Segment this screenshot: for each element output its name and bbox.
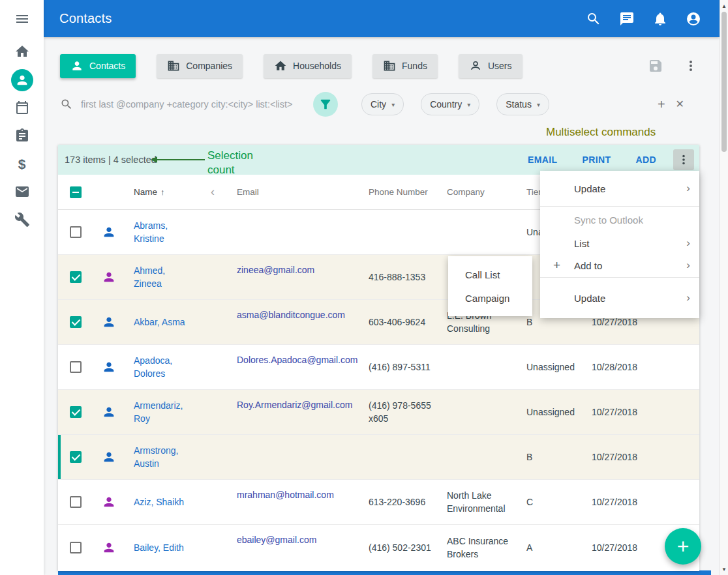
person-icon — [102, 495, 116, 509]
email-button[interactable]: EMAIL — [528, 155, 558, 165]
select-all-checkbox[interactable] — [70, 186, 82, 198]
annotation-selection-count: Selection count — [207, 149, 253, 177]
column-header-phone[interactable]: Phone Number — [359, 175, 438, 209]
contact-name-link[interactable]: Aziz, Shaikh — [134, 495, 184, 509]
chip-city-label: City — [371, 99, 386, 110]
tab-funds-label: Funds — [402, 61, 427, 71]
contact-name-link[interactable]: Akbar, Asma — [134, 316, 185, 329]
add-contact-fab[interactable]: + — [665, 528, 701, 565]
scroll-down-button[interactable]: ▼ — [720, 565, 728, 574]
row-checkbox[interactable] — [70, 271, 82, 283]
row-checkbox[interactable] — [70, 361, 82, 373]
email-cell — [228, 435, 359, 479]
tasks-icon[interactable] — [14, 127, 31, 144]
filter-chip-status[interactable]: Status ▾ — [496, 93, 549, 115]
scroll-up-button[interactable]: ▲ — [720, 1, 728, 10]
search-input[interactable] — [80, 98, 297, 110]
more-options-icon[interactable] — [683, 58, 699, 74]
company-cell — [438, 390, 517, 434]
company-cell — [438, 345, 517, 389]
multiselect-more-icon[interactable] — [673, 149, 694, 170]
contact-name-link[interactable]: Ahmed, Zineea — [134, 264, 195, 290]
filter-funnel-icon[interactable] — [313, 92, 338, 117]
row-checkbox[interactable] — [70, 316, 82, 328]
tab-users[interactable]: Users — [459, 54, 523, 78]
row-checkbox[interactable] — [70, 542, 82, 553]
person-icon — [102, 270, 116, 284]
table-row[interactable]: Aziz, Shaikh mrahman@hotmail.com 613-220… — [58, 480, 699, 525]
column-header-name[interactable]: Name ↑ — [125, 175, 198, 209]
tab-companies[interactable]: Companies — [157, 54, 243, 78]
filter-chip-city[interactable]: City ▾ — [361, 93, 404, 115]
person-icon — [102, 225, 116, 239]
print-button[interactable]: PRINT — [582, 155, 611, 165]
contact-name-link[interactable]: Armendariz, Roy — [134, 399, 195, 425]
tab-households-label: Households — [293, 61, 341, 71]
billing-icon[interactable]: $ — [14, 155, 31, 172]
scrollbar-thumb[interactable] — [721, 12, 727, 152]
menu-item-list[interactable]: List › — [540, 233, 699, 254]
account-icon[interactable] — [686, 11, 701, 27]
contact-name-link[interactable]: Armstrong, Austin — [134, 444, 195, 470]
main-content: Contacts Companies Households Funds User… — [44, 37, 720, 575]
clear-filters-icon[interactable]: ✕ — [676, 99, 684, 110]
collapse-column-icon[interactable]: ‹ — [211, 185, 215, 199]
table-row[interactable]: Bailey, Edith ebailey@gmail.com (416) 50… — [58, 525, 699, 570]
menu-icon[interactable] — [14, 10, 31, 27]
menu-item-add-to[interactable]: + Add to › — [540, 254, 699, 277]
tab-funds[interactable]: Funds — [372, 54, 438, 78]
vertical-scrollbar[interactable]: ▲ ▼ — [720, 0, 728, 575]
menu-item-update[interactable]: Update › — [540, 171, 699, 206]
email-cell: Dolores.Apadoca@gmail.com — [228, 345, 359, 389]
phone-cell: (416) 897-5311 — [359, 345, 438, 389]
tools-icon[interactable] — [14, 211, 31, 228]
column-header-company[interactable]: Company — [438, 175, 517, 209]
menu-item-update-2[interactable]: Update › — [540, 278, 699, 318]
add-button[interactable]: ADD — [635, 155, 656, 165]
contact-name-link[interactable]: Bailey, Edith — [134, 541, 184, 554]
person-icon — [102, 405, 116, 419]
mail-icon[interactable] — [14, 183, 31, 200]
add-to-submenu: Call List Campaign — [448, 256, 532, 316]
add-filter-icon[interactable]: + — [658, 98, 665, 111]
notifications-icon[interactable] — [652, 11, 668, 27]
row-checkbox[interactable] — [70, 226, 82, 238]
table-row[interactable]: Armendariz, Roy Roy.Armendariz@gmail.com… — [58, 390, 699, 435]
submenu-item-call-list[interactable]: Call List — [448, 263, 532, 286]
multiselect-menu: Update › Sync to Outlook List › + Add to… — [540, 171, 699, 318]
page-title: Contacts — [59, 11, 112, 26]
home-icon[interactable] — [14, 43, 31, 60]
tab-contacts[interactable]: Contacts — [60, 54, 136, 78]
table-row[interactable]: Armstrong, Austin B 10/27/2018 — [58, 435, 699, 480]
save-view-icon[interactable] — [648, 58, 663, 74]
tab-users-label: Users — [488, 61, 512, 71]
plus-icon: + — [677, 536, 690, 557]
phone-cell — [359, 435, 438, 479]
contact-name-link[interactable]: Abrams, Kristine — [134, 219, 195, 245]
row-checkbox[interactable] — [70, 496, 82, 508]
date-cell: 10/27/2018 — [583, 390, 699, 434]
date-cell: 10/28/2018 — [583, 345, 699, 389]
submenu-item-campaign[interactable]: Campaign — [448, 286, 532, 310]
sidebar-item-contacts-active[interactable] — [11, 69, 33, 91]
phone-cell — [359, 210, 438, 254]
annotation-arrow — [150, 156, 205, 164]
phone-cell: (416) 502-2301 — [359, 525, 438, 570]
row-checkbox[interactable] — [70, 451, 82, 463]
email-cell: zineea@gmail.com — [228, 255, 359, 299]
chat-icon[interactable] — [619, 11, 635, 27]
filter-chip-country[interactable]: Country ▾ — [421, 93, 479, 115]
date-cell: 10/27/2018 — [583, 435, 699, 479]
tab-households[interactable]: Households — [264, 54, 352, 78]
calendar-icon[interactable] — [14, 99, 31, 116]
chevron-down-icon: ▾ — [391, 101, 395, 108]
search-icon[interactable] — [586, 11, 601, 27]
chevron-down-icon: ▾ — [467, 101, 470, 108]
tier-cell: B — [517, 435, 583, 479]
chip-status-label: Status — [506, 99, 532, 110]
table-row[interactable]: Apadoca, Dolores Dolores.Apadoca@gmail.c… — [58, 345, 699, 390]
row-checkbox[interactable] — [70, 406, 82, 418]
column-header-email[interactable]: Email — [228, 175, 359, 209]
tier-cell: C — [517, 480, 583, 524]
contact-name-link[interactable]: Apadoca, Dolores — [134, 354, 195, 380]
